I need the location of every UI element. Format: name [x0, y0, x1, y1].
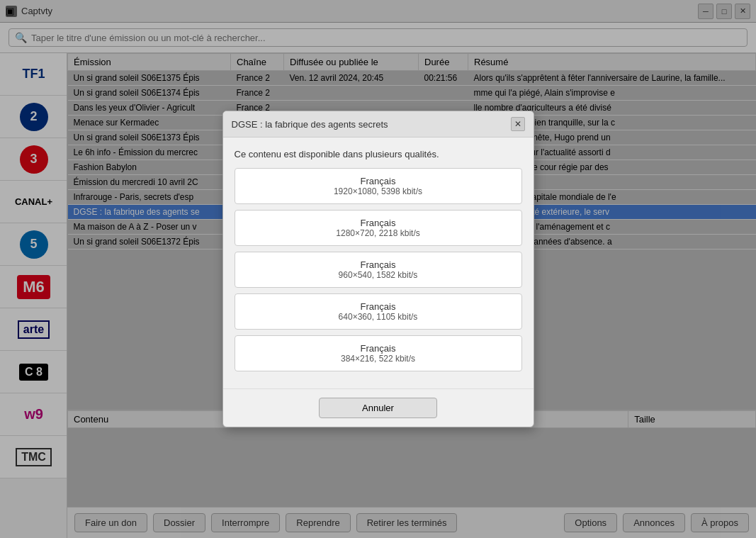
quality-option[interactable]: Français 1280×720, 2218 kbit/s [235, 210, 522, 246]
quality-spec: 1280×720, 2218 kbit/s [242, 228, 514, 238]
modal-title: DGSE : la fabrique des agents secrets [232, 119, 388, 130]
modal-body: Ce contenu est disponible dans plusieurs… [223, 138, 534, 388]
quality-option[interactable]: Français 960×540, 1582 kbit/s [235, 252, 522, 288]
quality-option[interactable]: Français 640×360, 1105 kbit/s [235, 293, 522, 330]
quality-options-list: Français 1920×1080, 5398 kbit/s Français… [235, 168, 522, 371]
modal-close-button[interactable]: ✕ [511, 117, 525, 131]
modal-header: DGSE : la fabrique des agents secrets ✕ [223, 111, 534, 138]
modal-cancel-button[interactable]: Annuler [319, 398, 437, 418]
quality-spec: 640×360, 1105 kbit/s [242, 312, 514, 322]
modal-overlay: DGSE : la fabrique des agents secrets ✕ … [0, 0, 756, 538]
quality-option[interactable]: Français 384×216, 522 kbit/s [235, 335, 522, 371]
modal-subtitle: Ce contenu est disponible dans plusieurs… [235, 149, 522, 159]
quality-lang: Français [242, 343, 514, 354]
quality-lang: Français [242, 259, 514, 270]
modal-footer: Annuler [223, 388, 534, 427]
quality-lang: Français [242, 176, 514, 186]
quality-spec: 1920×1080, 5398 kbit/s [242, 186, 514, 196]
quality-lang: Français [242, 218, 514, 228]
quality-spec: 960×540, 1582 kbit/s [242, 270, 514, 280]
quality-lang: Français [242, 301, 514, 312]
quality-modal: DGSE : la fabrique des agents secrets ✕ … [222, 111, 534, 427]
quality-option[interactable]: Français 1920×1080, 5398 kbit/s [235, 168, 522, 204]
quality-spec: 384×216, 522 kbit/s [242, 354, 514, 364]
